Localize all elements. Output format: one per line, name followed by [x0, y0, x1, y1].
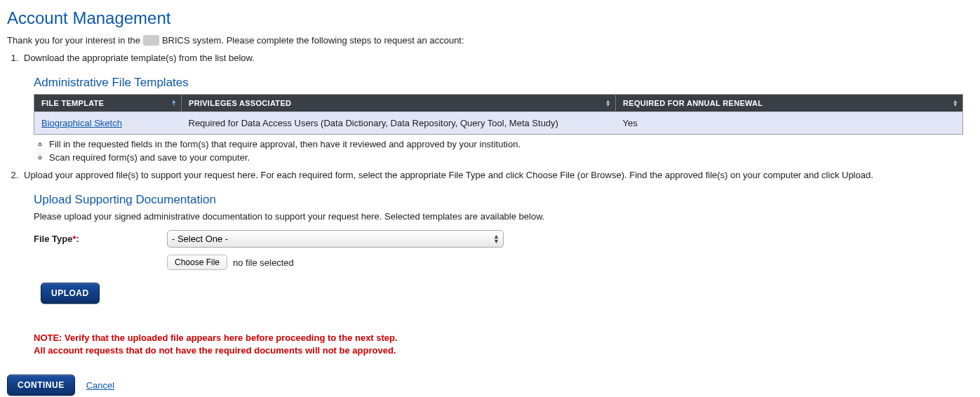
table-row: Biographical Sketch Required for Data Ac… [34, 112, 963, 135]
step-1: Download the appropriate template(s) fro… [21, 53, 973, 163]
sort-asc-icon: ▲▼ [171, 100, 177, 107]
step-2-text: Upload your approved file(s) to support … [24, 170, 873, 180]
page-title: Account Management [7, 8, 973, 28]
intro-system: BRICS system. [162, 35, 224, 46]
intro-after: Please complete the following steps to r… [227, 35, 464, 46]
required-star-icon: * [72, 234, 76, 244]
sort-icon: ▲▼ [953, 100, 958, 107]
redacted-org [143, 35, 160, 46]
col-file-template-label: FILE TEMPLATE [41, 99, 104, 107]
substep-scan: Scan required form(s) and save to your c… [49, 152, 973, 163]
filetype-label: File Type*: [34, 234, 167, 244]
template-link-biosketch[interactable]: Biographical Sketch [41, 118, 122, 128]
col-privileges-label: PRIVILEGES ASSOCIATED [189, 99, 291, 107]
upload-help: Please upload your signed administrative… [34, 211, 973, 222]
cancel-link[interactable]: Cancel [86, 380, 114, 391]
continue-button[interactable]: CONTINUE [7, 375, 75, 396]
filetype-label-text: File Type [34, 234, 72, 244]
substep-fill-fields: Fill in the requested fields in the form… [49, 139, 973, 149]
upload-heading: Upload Supporting Documentation [34, 193, 973, 207]
file-status: no file selected [233, 257, 294, 268]
choose-file-button[interactable]: Choose File [167, 255, 227, 270]
note-line-2: All account requests that do not have th… [34, 344, 973, 357]
templates-heading: Administrative File Templates [34, 76, 973, 90]
templates-table: FILE TEMPLATE ▲▼ PRIVILEGES ASSOCIATED ▲… [34, 94, 963, 135]
cell-privileges: Required for Data Access Users (Data Dic… [182, 112, 616, 135]
col-required-label: REQUIRED FOR ANNUAL RENEWAL [623, 99, 763, 107]
intro-text: Thank you for your interest in the BRICS… [7, 35, 973, 46]
col-file-template[interactable]: FILE TEMPLATE ▲▼ [34, 95, 182, 112]
col-privileges[interactable]: PRIVILEGES ASSOCIATED ▲▼ [182, 95, 616, 112]
cell-required: Yes [616, 112, 963, 135]
sort-icon: ▲▼ [605, 100, 611, 107]
step-1-text: Download the appropriate template(s) fro… [24, 53, 255, 63]
upload-button[interactable]: UPLOAD [41, 283, 100, 304]
intro-before: Thank you for your interest in the [7, 35, 143, 46]
warning-note: NOTE: Verify that the uploaded file appe… [34, 332, 973, 356]
col-required[interactable]: REQUIRED FOR ANNUAL RENEWAL ▲▼ [616, 95, 963, 112]
note-line-1: NOTE: Verify that the uploaded file appe… [34, 332, 973, 344]
filetype-select[interactable]: - Select One - [167, 230, 504, 248]
step-2: Upload your approved file(s) to support … [21, 170, 973, 356]
